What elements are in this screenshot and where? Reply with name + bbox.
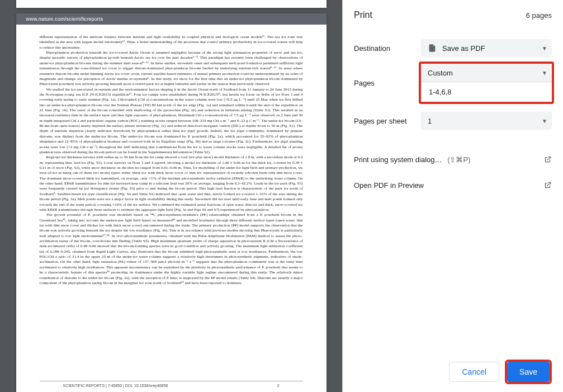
paragraph: We studied the ice-associated ecosystem …: [40, 87, 303, 155]
pages-mode-value: Custom: [428, 69, 453, 77]
page-count: 6 pages: [526, 11, 552, 20]
save-button[interactable]: Save: [507, 362, 550, 382]
system-dialog-shortcut: (⇧⌘P): [447, 155, 470, 164]
external-link-icon: [544, 181, 552, 189]
page-footer: SCIENTIFIC REPORTS | 7:40850 | DOI: 10.1…: [40, 381, 303, 392]
pages-per-sheet-label: Pages per sheet: [354, 117, 421, 125]
open-preview-link[interactable]: Open PDF in Preview: [354, 172, 552, 198]
footer-citation: SCIENTIFIC REPORTS | 7:40850 | DOI: 10.1…: [63, 384, 168, 388]
cancel-button[interactable]: Cancel: [449, 362, 499, 382]
chevron-down-icon: ▼: [542, 70, 547, 76]
pages-highlight: Custom ▼: [419, 62, 554, 104]
preview-page: www.nature.com/scientificreports differe…: [16, 13, 327, 392]
footer-page-number: 2: [277, 384, 280, 388]
print-preview-pane: www.nature.com/scientificreports differe…: [0, 0, 342, 392]
paragraph: Phytoplankton production beneath the ice…: [40, 50, 303, 87]
open-preview-label: Open PDF in Preview: [354, 181, 424, 190]
destination-value: Save as PDF: [442, 44, 485, 53]
chevron-down-icon: ▼: [542, 118, 547, 124]
save-highlight: Save: [505, 360, 552, 384]
dialog-footer: Cancel Save: [354, 360, 552, 384]
pages-per-sheet-row: Pages per sheet 1 ▼: [354, 105, 552, 136]
pages-range-input[interactable]: [421, 82, 552, 102]
page-body: different representation of the intricat…: [16, 25, 327, 381]
pages-per-sheet-select[interactable]: 1 ▼: [421, 112, 552, 130]
system-dialog-label: Print using system dialog…: [354, 155, 442, 164]
system-dialog-link[interactable]: Print using system dialog… (⇧⌘P): [354, 147, 552, 172]
paragraph: The growth potential of P. pouchetii was…: [40, 212, 303, 286]
destination-select[interactable]: Save as PDF ▼: [421, 39, 552, 57]
pages-row: Pages Custom ▼: [354, 64, 552, 102]
paragraph: different representation of the intricat…: [40, 35, 303, 50]
destination-label: Destination: [354, 44, 421, 53]
print-title: Print: [354, 10, 372, 20]
destination-row: Destination Save as PDF ▼: [354, 32, 552, 64]
pages-mode-select[interactable]: Custom ▼: [421, 64, 552, 82]
sidebar-header: Print 6 pages: [354, 10, 552, 20]
previous-page-sliver: [16, 0, 327, 8]
paragraph: Regional ice thickness surveys with radi…: [40, 155, 303, 212]
pdf-icon: [428, 44, 437, 53]
external-link-icon: [544, 155, 552, 163]
pages-label: Pages: [354, 79, 421, 87]
pages-per-sheet-value: 1: [428, 117, 432, 125]
chevron-down-icon: ▼: [542, 45, 547, 51]
print-sidebar: Print 6 pages Destination Save as PDF ▼ …: [342, 0, 563, 392]
page-header-url: www.nature.com/scientificreports: [16, 13, 327, 25]
